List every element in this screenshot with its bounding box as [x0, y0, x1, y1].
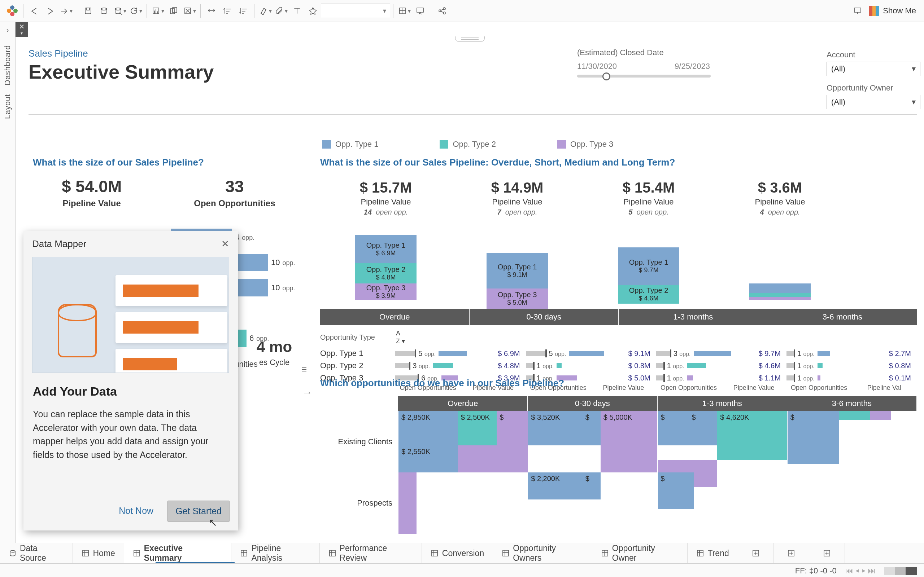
tree-block[interactable]: $ 5,000K	[601, 411, 657, 472]
clear-button[interactable]	[181, 3, 197, 19]
matrix-cell: 1 opp. $ 4.6M	[656, 362, 787, 370]
tree-block[interactable]: $ 2,550K	[399, 445, 458, 472]
not-now-button[interactable]: Not Now	[111, 501, 162, 522]
sort-desc-button[interactable]	[235, 3, 251, 19]
term-total: $ 15.4M	[623, 180, 675, 196]
find-combo[interactable]	[321, 3, 390, 18]
share-button[interactable]	[434, 3, 450, 19]
date-filter[interactable]: (Estimated) Closed Date 11/30/2020 9/25/…	[577, 48, 711, 77]
sheet-tab[interactable]: Conversion	[422, 543, 493, 563]
new-data-source-button[interactable]	[96, 3, 112, 19]
fit-button[interactable]	[396, 3, 412, 19]
sheet-tab[interactable]: Pipeline Analysis	[231, 543, 320, 563]
next-arrow-icon[interactable]: →	[302, 387, 312, 398]
text-button[interactable]	[289, 3, 305, 19]
sheet-tab[interactable]: Home	[73, 543, 124, 563]
legend-swatch	[322, 140, 331, 148]
tree-block[interactable]	[399, 472, 417, 534]
refresh-button[interactable]	[128, 3, 144, 19]
tree-block[interactable]: $ 4,620K	[717, 411, 787, 460]
legend-item[interactable]: Opp. Type 1	[322, 140, 378, 149]
modal-close-button[interactable]: ✕	[221, 239, 229, 250]
term-column: $ 15.7M Pipeline Value 14 open opp.Opp. …	[320, 178, 452, 309]
sort-icon[interactable]: AZ ▾	[396, 330, 405, 345]
expand-panel-button[interactable]: ›	[1, 23, 14, 36]
more-menu-icon[interactable]: ≡	[301, 364, 307, 375]
tree-block[interactable]: $	[689, 411, 717, 445]
sheet-tab[interactable]: Performance Review	[320, 543, 422, 563]
svg-rect-18	[432, 550, 438, 556]
breadcrumb[interactable]: Sales Pipeline	[29, 48, 214, 59]
tree-block[interactable]	[839, 411, 870, 420]
sheet-tab[interactable]: Trend	[688, 543, 738, 563]
date-slider-thumb[interactable]	[603, 73, 611, 81]
tree-block[interactable]: $ 2,200K	[528, 472, 582, 500]
svg-rect-19	[503, 550, 509, 556]
legend-item[interactable]: Opp. Type 2	[439, 140, 496, 149]
kpi-bar-value: 10 opp.	[271, 258, 295, 267]
svg-rect-14	[82, 550, 89, 556]
tree-block[interactable]: $	[583, 472, 601, 500]
undo-button[interactable]	[26, 3, 42, 19]
date-slider[interactable]	[577, 75, 711, 77]
sheet-tab[interactable]: Executive Summary	[124, 543, 232, 563]
new-dashboard-icon[interactable]	[774, 543, 809, 563]
page-title: Executive Summary	[29, 61, 214, 83]
tree-block[interactable]: $	[658, 411, 689, 445]
new-worksheet-icon[interactable]	[738, 543, 774, 563]
highlight-button[interactable]	[257, 3, 273, 19]
tree-block[interactable]: $	[497, 411, 528, 445]
matrix-cell: 1 opp. $ 2.7M	[787, 350, 917, 358]
database-icon	[58, 304, 97, 357]
tableau-logo[interactable]	[4, 3, 20, 19]
presentation-button[interactable]	[412, 3, 428, 19]
pause-auto-updates-button[interactable]	[112, 3, 128, 19]
save-button[interactable]	[80, 3, 96, 19]
favorite-button[interactable]	[305, 3, 321, 19]
side-tab-dashboard[interactable]: Dashboard	[3, 45, 12, 85]
record-nav[interactable]: ⏮ ◀ ▶ ⏭	[845, 566, 876, 575]
toolbar: Show Me	[0, 0, 924, 22]
revert-button[interactable]	[58, 3, 74, 19]
show-me-button[interactable]: Show Me	[866, 6, 920, 16]
data-mapper-modal: Data Mapper ✕ Add Your Data You can repl…	[23, 231, 238, 530]
tree-term-header: 1-3 months	[657, 396, 787, 411]
tree-block[interactable]: $	[788, 411, 839, 464]
side-tab-layout[interactable]: Layout	[3, 94, 12, 119]
floating-close-button[interactable]: ✕▾	[16, 22, 28, 37]
term-total: $ 3.6M	[758, 180, 802, 196]
redo-button[interactable]	[42, 3, 58, 19]
legend-item[interactable]: Opp. Type 3	[557, 140, 613, 149]
guide-button[interactable]	[850, 3, 866, 19]
tree-block[interactable]: $ 3,520K	[528, 411, 582, 445]
tree-block[interactable]	[458, 445, 497, 472]
date-to: 9/25/2023	[675, 62, 710, 71]
tree-block[interactable]	[497, 445, 528, 472]
account-filter[interactable]: (All)	[827, 62, 921, 76]
resize-handle[interactable]	[455, 36, 485, 42]
attach-button[interactable]	[273, 3, 289, 19]
duplicate-button[interactable]	[166, 3, 181, 19]
owner-filter-label: Opportunity Owner	[827, 83, 921, 93]
swap-button[interactable]	[204, 3, 220, 19]
svg-rect-8	[417, 8, 423, 12]
dashboard-canvas: ✕▾ Sales Pipeline Executive Summary (Est…	[16, 22, 924, 543]
sheet-tab[interactable]: Opportunity Owner	[592, 543, 688, 563]
new-worksheet-button[interactable]	[150, 3, 166, 19]
sheet-tab[interactable]: Opportunity Owners	[493, 543, 592, 563]
tree-block[interactable]: $	[658, 472, 694, 509]
owner-filter[interactable]: (All)	[827, 95, 921, 109]
tree-block[interactable]: $ 2,850K	[399, 411, 458, 445]
tree-block[interactable]	[870, 411, 891, 420]
get-started-button[interactable]: Get Started	[167, 501, 230, 522]
tree-block[interactable]: $	[583, 411, 601, 445]
tree-cell	[788, 472, 917, 534]
svg-rect-15	[134, 550, 140, 556]
sort-asc-button[interactable]	[220, 3, 235, 19]
sheet-tab[interactable]: Data Source	[0, 543, 73, 563]
new-story-icon[interactable]	[809, 543, 845, 563]
view-switcher[interactable]	[884, 567, 917, 575]
tree-term-header: 3-6 months	[787, 396, 917, 411]
tree-block[interactable]: $ 2,500K	[458, 411, 497, 445]
svg-point-9	[439, 10, 441, 12]
